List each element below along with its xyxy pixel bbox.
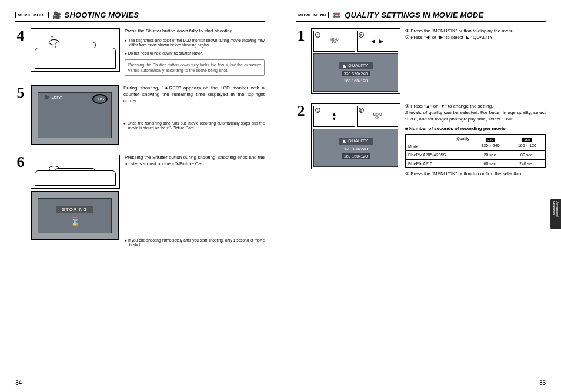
table-row: FinePix A210 60 sec. 240 sec. [406, 159, 546, 167]
step-2: 2 1 ▲▼ 2 MENU OK ◣ QUALITY 320 320x240 1… [296, 103, 546, 177]
step-5: 5 🎥 ●REC 30S During shooting, "●REC" app… [15, 85, 265, 145]
table-row: FinePix A205/A205S 20 sec. 80 sec. [406, 151, 546, 159]
instruction-line: ② Press the "MENU/OK" button to confirm … [405, 171, 546, 177]
quality-header: ◣ QUALITY [339, 62, 372, 69]
quality-option: 320 320x240 [342, 146, 370, 152]
step-number: 4 [15, 28, 26, 76]
cell-value: 240 sec. [509, 159, 545, 167]
step-number: 5 [15, 85, 26, 145]
note: ● Do not need to hold down the shutter b… [125, 51, 265, 56]
quality-option-selected: 160 160x120 [342, 153, 370, 159]
th-model: Model [406, 143, 472, 151]
rec-indicator: 🎥 ●REC [44, 95, 62, 100]
lcd-quality-menu: ◣ QUALITY 320 320x240 160 160x120 [313, 53, 398, 92]
section-header-left: MOVIE MODE 🎥 SHOOTING MOVIES [15, 11, 265, 22]
figure-camera-press: ↓ [31, 155, 120, 189]
cell-value: 60 sec. [472, 159, 509, 167]
cell-value: 20 sec. [472, 151, 509, 159]
hourglass-icon: ⌛ [70, 217, 80, 226]
step-text: Press the Shutter button down fully to s… [125, 28, 265, 76]
th-col2: 160 160 × 120 [509, 135, 545, 151]
lcd-quality-menu: ◣ QUALITY 320 320x240 160 160x120 [313, 129, 398, 167]
note: ● If you end shooting immediately after … [125, 238, 265, 247]
step-text: ① Press "▲" or "▼" to change the setting… [405, 103, 546, 177]
figure-camera-press: ↓ [31, 28, 120, 72]
side-tab: Advanced Features [550, 199, 561, 229]
step-number: 1 [296, 28, 306, 94]
step-description: During shooting, "●REC" appears on the L… [123, 85, 265, 104]
th-col1: 320 320 × 240 [472, 135, 509, 151]
mode-tag: MOVIE MODE [15, 12, 49, 18]
nav-updown-diagram: 1 ▲▼ [313, 106, 355, 127]
mode-tag: MOVIE MENU [296, 12, 329, 18]
page-number: 34 [15, 380, 22, 386]
page-spread: MOVIE MODE 🎥 SHOOTING MOVIES 4 ↓ Press t… [0, 0, 561, 392]
section-header-right: MOVIE MENU 📼 QUALITY SETTINGS IN MOVIE M… [296, 11, 546, 22]
step-number: 2 [296, 103, 306, 177]
page-number: 35 [539, 380, 546, 386]
step-6: 6 ↓ STORING ⌛ Pr [15, 155, 265, 247]
cell-model: FinePix A210 [406, 159, 472, 167]
step-number: 6 [15, 155, 26, 247]
cell-value: 80 sec. [509, 151, 545, 159]
instruction-line: ① Press the "MENU/OK" button to display … [405, 28, 546, 35]
quality-option-selected: 320 320x240 [342, 71, 370, 76]
rec-time-counter: 30S [92, 94, 108, 104]
instruction-line: ② Press "◀" or "▶" to select "◣" QUALITY… [405, 35, 546, 41]
arrow-down-icon: ↓ [50, 156, 54, 166]
storing-label: STORING [56, 206, 93, 213]
section-title: QUALITY SETTINGS IN MOVIE MODE [345, 11, 483, 19]
th-quality: Quality [406, 135, 472, 143]
quality-header: ◣ QUALITY [339, 138, 372, 145]
menu-ok-button-diagram: 2 MENU OK [357, 106, 399, 127]
table-header-row: Quality 320 320 × 240 160 160 × 120 [406, 135, 546, 143]
step-text: ① Press the "MENU/OK" button to display … [405, 28, 546, 94]
recording-time-table: Quality 320 320 × 240 160 160 × 120 Mode… [405, 134, 546, 168]
figure-menu-1: 1 MENU OK 2 ◀ ▶ ◣ QUALITY 320 320x240 16… [311, 28, 400, 94]
movie-icon: 🎥 [52, 11, 61, 19]
instruction-line: 2 levels of quality can be selected. For… [405, 110, 546, 123]
step-text: During shooting, "●REC" appears on the L… [123, 85, 265, 145]
note: ● Once the remaining time runs out, movi… [123, 121, 265, 130]
table-caption: ■ Number of seconds of recording per mov… [405, 126, 546, 132]
page-right: MOVIE MENU 📼 QUALITY SETTINGS IN MOVIE M… [280, 0, 561, 392]
callout-box: Pressing the Shutter button down fully l… [125, 59, 265, 76]
step-text: Pressing the Shutter button during shoot… [125, 155, 265, 247]
step-4: 4 ↓ Press the Shutter button down fully … [15, 28, 265, 76]
menu-ok-button-diagram: 1 MENU OK [313, 31, 355, 52]
section-title: SHOOTING MOVIES [65, 11, 139, 19]
arrow-down-icon: ↓ [50, 30, 54, 39]
quality-icon: 📼 [332, 11, 341, 19]
note: ● The brightness and color of the LCD mo… [125, 38, 265, 48]
figure-lcd-storing: STORING ⌛ [31, 191, 119, 240]
cell-model: FinePix A205/A205S [406, 151, 472, 159]
figure-lcd-rec: 🎥 ●REC 30S [31, 85, 119, 145]
page-left: MOVIE MODE 🎥 SHOOTING MOVIES 4 ↓ Press t… [0, 0, 280, 392]
step-description: Press the Shutter button down fully to s… [125, 28, 265, 35]
nav-arrows-diagram: 2 ◀ ▶ [357, 31, 399, 52]
quality-option: 160 160x120 [342, 78, 370, 83]
step-description: Pressing the Shutter button during shoot… [125, 155, 265, 167]
figure-menu-2: 1 ▲▼ 2 MENU OK ◣ QUALITY 320 320x240 160… [311, 103, 400, 169]
step-1: 1 1 MENU OK 2 ◀ ▶ ◣ QUALITY 320 320x240 … [296, 28, 546, 94]
instruction-line: ① Press "▲" or "▼" to change the setting… [405, 103, 546, 110]
